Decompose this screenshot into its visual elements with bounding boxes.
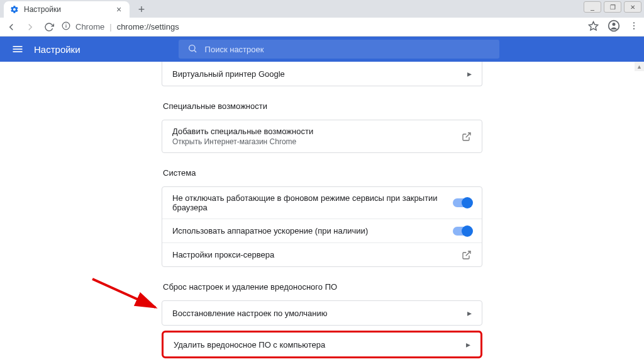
settings-header: Настройки [0,37,644,62]
add-accessibility-label: Добавить специальные возможности [172,127,313,136]
restore-defaults-card: Восстановление настроек по умолчанию ▸ [162,300,482,326]
site-info-icon[interactable] [62,21,70,32]
svg-point-12 [189,45,194,50]
hardware-accel-row[interactable]: Использовать аппаратное ускорение (при н… [162,219,482,242]
settings-title: Настройки [34,44,80,55]
svg-rect-2 [65,24,66,25]
forward-button[interactable] [24,21,36,33]
chevron-right-icon: ▸ [467,308,472,318]
window-controls: ⎯ ❐ ✕ [581,1,641,13]
bookmark-star-icon[interactable] [588,21,599,33]
external-link-icon [462,132,472,142]
system-card: Не отключать работающие в фоновом режиме… [162,186,482,267]
cleanup-computer-card: Удалить вредоносное ПО с компьютера ▸ [162,331,482,358]
add-accessibility-sublabel: Открыть Интернет-магазин Chrome [172,137,313,146]
background-apps-label: Не отключать работающие в фоновом режиме… [172,193,453,212]
add-accessibility-row[interactable]: Добавить специальные возможности Открыть… [162,120,482,152]
svg-line-16 [92,279,155,307]
svg-point-8 [633,28,635,30]
svg-point-5 [613,23,616,26]
printing-card: Виртуальный принтер Google ▸ [162,62,482,86]
svg-rect-10 [13,48,23,50]
svg-line-14 [466,133,470,137]
url-scheme-label: Chrome [75,22,104,31]
proxy-settings-label: Настройки прокси-сервера [172,250,274,259]
annotation-arrow-icon [89,276,165,314]
back-button[interactable] [5,21,18,33]
system-section-title: Система [163,168,482,178]
hardware-accel-toggle[interactable] [453,227,472,236]
window-maximize-button[interactable]: ❐ [604,1,621,13]
tab-strip: Настройки × + [0,0,644,18]
svg-marker-3 [589,21,597,30]
search-icon [187,43,197,55]
address-bar[interactable]: Chrome | chrome://settings [62,21,582,32]
settings-search-input[interactable] [205,45,491,54]
hardware-accel-label: Использовать аппаратное ускорение (при н… [172,226,368,236]
svg-point-7 [633,25,635,26]
external-link-icon [462,250,472,260]
svg-line-13 [194,50,196,52]
url-separator: | [109,22,111,31]
tab-close-button[interactable]: × [114,5,123,14]
reset-section-title: Сброс настроек и удаление вредоносного П… [163,282,482,292]
restore-defaults-label: Восстановление настроек по умолчанию [172,309,328,318]
cleanup-computer-row[interactable]: Удалить вредоносное ПО с компьютера ▸ [164,333,480,356]
background-apps-toggle[interactable] [453,198,472,207]
window-minimize-button[interactable]: ⎯ [584,1,601,13]
cleanup-computer-label: Удалить вредоносное ПО с компьютера [174,340,325,350]
virtual-printer-label: Виртуальный принтер Google [172,69,285,79]
browser-menu-icon[interactable] [629,21,639,33]
url-path: chrome://settings [117,22,179,31]
chevron-right-icon: ▸ [466,339,470,350]
svg-line-15 [466,251,470,256]
chevron-right-icon: ▸ [467,69,472,79]
browser-toolbar: Chrome | chrome://settings [0,18,644,37]
profile-avatar-icon[interactable] [608,20,620,34]
settings-search[interactable] [179,40,499,59]
hamburger-menu-icon[interactable] [11,43,24,55]
svg-point-6 [633,22,635,23]
settings-content-area: ▲ Виртуальный принтер Google ▸ Специальн… [0,62,644,364]
new-tab-button[interactable]: + [133,1,150,18]
restore-defaults-row[interactable]: Восстановление настроек по умолчанию ▸ [162,301,482,325]
window-close-button[interactable]: ✕ [624,1,641,13]
background-apps-row[interactable]: Не отключать работающие в фоновом режиме… [162,187,482,219]
virtual-printer-row[interactable]: Виртуальный принтер Google ▸ [162,62,482,86]
proxy-settings-row[interactable]: Настройки прокси-сервера [162,242,482,266]
svg-rect-1 [65,25,66,28]
svg-rect-11 [13,51,23,52]
browser-tab-settings[interactable]: Настройки × [4,1,130,18]
gear-icon [10,5,19,14]
reload-button[interactable] [43,21,55,33]
svg-rect-9 [13,46,23,47]
accessibility-section-title: Специальные возможности [163,101,482,111]
accessibility-card: Добавить специальные возможности Открыть… [162,120,482,153]
scrollbar-up-arrow[interactable]: ▲ [635,62,644,71]
tab-title: Настройки [24,5,61,14]
